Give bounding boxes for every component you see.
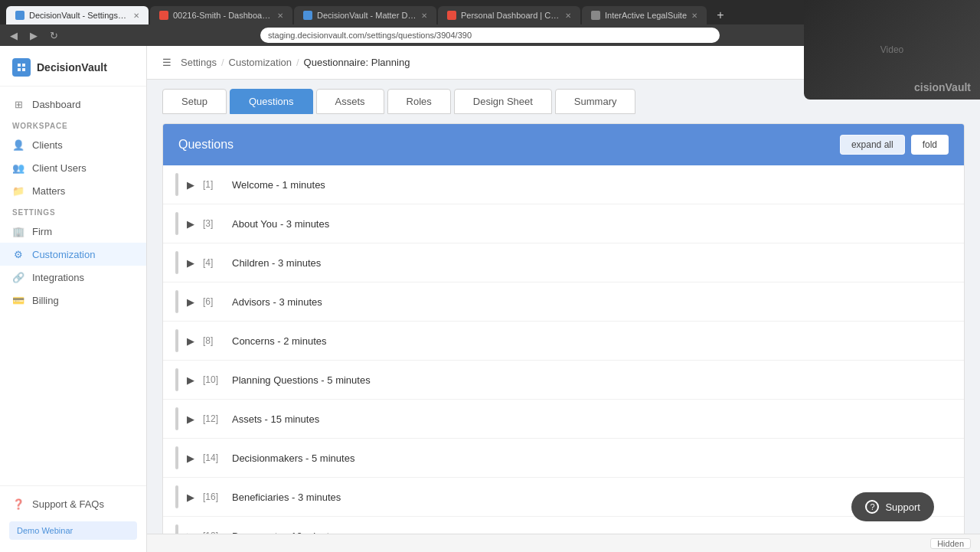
questions-card: Questions expand all fold ▶ [1] Welcome … <box>162 123 965 534</box>
address-bar[interactable]: staging.decisionvault.com/settings/quest… <box>260 28 720 43</box>
questions-header: Questions expand all fold <box>163 124 964 165</box>
client-users-icon: 👥 <box>12 162 24 174</box>
dashboard-icon: ⊞ <box>12 98 24 110</box>
expand-arrow-icon[interactable]: ▶ <box>185 413 197 425</box>
question-row: ▶ [6] Advisors - 3 minutes <box>163 283 964 322</box>
tab-summary[interactable]: Summary <box>555 89 636 114</box>
browser-tab-2[interactable]: 00216-Smith - Dashboard | Clio... ✕ <box>150 6 292 24</box>
main-content: ☰ Settings / Customization / Questionnai… <box>147 46 980 552</box>
sidebar-item-dashboard[interactable]: ⊞ Dashboard <box>0 93 146 116</box>
sidebar-item-billing[interactable]: 💳 Billing <box>0 289 146 312</box>
demo-banner[interactable]: Demo Webinar <box>9 521 137 540</box>
breadcrumb-settings[interactable]: Settings <box>181 57 217 68</box>
expand-arrow-icon[interactable]: ▶ <box>185 296 197 308</box>
drag-handle[interactable] <box>175 212 178 235</box>
tab-questions[interactable]: Questions <box>230 89 313 114</box>
breadcrumb-questionnaire[interactable]: Questionnaire: Planning <box>304 57 410 68</box>
question-number: [4] <box>203 257 226 268</box>
hamburger-menu[interactable]: ☰ <box>162 57 172 68</box>
breadcrumb: Settings / Customization / Questionnaire… <box>181 57 410 68</box>
expand-arrow-icon[interactable]: ▶ <box>185 335 197 347</box>
question-number: [14] <box>203 452 226 463</box>
questions-title: Questions <box>178 138 234 152</box>
new-tab-button[interactable]: + <box>711 6 730 24</box>
question-label: Planning Questions - 5 minutes <box>232 374 371 386</box>
workspace-section-label: WORKSPACE <box>0 116 146 133</box>
drag-handle[interactable] <box>175 446 178 469</box>
expand-all-button[interactable]: expand all <box>840 135 905 155</box>
sidebar-item-integrations[interactable]: 🔗 Integrations <box>0 266 146 289</box>
expand-arrow-icon[interactable]: ▶ <box>185 178 197 191</box>
clients-icon: 👤 <box>12 139 24 151</box>
tab-design-sheet[interactable]: Design Sheet <box>454 89 552 114</box>
expand-arrow-icon[interactable]: ▶ <box>185 256 197 269</box>
browser-tab-5[interactable]: InterActive LegalSuite ✕ <box>582 6 707 24</box>
expand-arrow-icon[interactable]: ▶ <box>185 374 197 386</box>
sidebar-item-clients[interactable]: 👤 Clients <box>0 133 146 156</box>
fold-button[interactable]: fold <box>911 135 949 155</box>
sidebar-logo: DecisionVault <box>0 46 146 87</box>
billing-icon: 💳 <box>12 294 24 306</box>
reload-button[interactable]: ↻ <box>46 28 61 43</box>
question-list: ▶ [1] Welcome - 1 minutes ▶ [3] About Yo… <box>163 165 964 534</box>
question-label: Beneficiaries - 3 minutes <box>232 492 341 503</box>
matters-icon: 📁 <box>12 185 24 197</box>
question-label: Advisors - 3 minutes <box>232 296 322 308</box>
support-button[interactable]: ? Support <box>851 492 934 521</box>
firm-icon: 🏢 <box>12 225 24 237</box>
browser-tab-4[interactable]: Personal Dashboard | Clio... ✕ <box>438 6 580 24</box>
question-label: Assets - 15 minutes <box>232 413 319 425</box>
breadcrumb-customization[interactable]: Customization <box>229 57 292 68</box>
question-row: ▶ [4] Children - 3 minutes <box>163 243 964 283</box>
logo-icon <box>12 58 31 77</box>
tab-assets[interactable]: Assets <box>316 89 384 114</box>
question-row: ▶ [10] Planning Questions - 5 minutes <box>163 361 964 400</box>
questions-panel: Questions expand all fold ▶ [1] Welcome … <box>147 114 980 534</box>
question-number: [3] <box>203 218 226 229</box>
back-button[interactable]: ◀ <box>6 28 21 43</box>
expand-arrow-icon[interactable]: ▶ <box>185 217 197 230</box>
sidebar-item-firm[interactable]: 🏢 Firm <box>0 220 146 243</box>
drag-handle[interactable] <box>175 251 178 274</box>
sidebar-item-customization[interactable]: ⚙ Customization <box>0 243 146 266</box>
drag-handle[interactable] <box>175 524 178 534</box>
question-row: ▶ [1] Welcome - 1 minutes <box>163 165 964 204</box>
question-number: [16] <box>203 492 226 502</box>
question-number: [12] <box>203 413 226 424</box>
drag-handle[interactable] <box>175 173 178 196</box>
question-row: ▶ [3] About You - 3 minutes <box>163 204 964 243</box>
drag-handle[interactable] <box>175 485 178 508</box>
drag-handle[interactable] <box>175 368 178 391</box>
question-number: [10] <box>203 374 226 385</box>
question-number: [6] <box>203 296 226 307</box>
drag-handle[interactable] <box>175 407 178 430</box>
browser-tab-3[interactable]: DecisionVault - Matter Detail ✕ <box>294 6 436 24</box>
expand-arrow-icon[interactable]: ▶ <box>185 452 197 464</box>
sidebar: DecisionVault ⊞ Dashboard WORKSPACE 👤 Cl… <box>0 46 147 552</box>
forward-button[interactable]: ▶ <box>26 28 41 43</box>
question-number: [8] <box>203 335 226 346</box>
question-label: Decisionmakers - 5 minutes <box>232 452 354 464</box>
question-label: About You - 3 minutes <box>232 218 329 230</box>
sidebar-item-client-users[interactable]: 👥 Client Users <box>0 156 146 179</box>
status-item[interactable]: Hidden <box>930 538 971 549</box>
tab-setup[interactable]: Setup <box>162 89 227 114</box>
question-row: ▶ [14] Decisionmakers - 5 minutes <box>163 439 964 478</box>
drag-handle[interactable] <box>175 329 178 352</box>
browser-tab-1[interactable]: DecisionVault - Settings - Ques... ✕ <box>6 6 149 24</box>
drag-handle[interactable] <box>175 290 178 313</box>
support-icon: ❓ <box>12 498 24 510</box>
sidebar-item-support[interactable]: ❓ Support & FAQs <box>0 492 146 515</box>
question-row: ▶ [18] Documents - 10 minutes <box>163 517 964 534</box>
sidebar-item-matters[interactable]: 📁 Matters <box>0 179 146 202</box>
expand-arrow-icon[interactable]: ▶ <box>185 491 197 503</box>
question-number: [1] <box>203 179 226 190</box>
question-label: Welcome - 1 minutes <box>232 179 325 191</box>
question-row: ▶ [8] Concerns - 2 minutes <box>163 322 964 361</box>
tab-roles[interactable]: Roles <box>387 89 451 114</box>
support-circle-icon: ? <box>865 500 879 514</box>
integrations-icon: 🔗 <box>12 271 24 283</box>
question-row: ▶ [16] Beneficiaries - 3 minutes <box>163 478 964 517</box>
settings-section-label: SETTINGS <box>0 202 146 220</box>
video-overlay: Video cisionVault <box>804 0 980 100</box>
